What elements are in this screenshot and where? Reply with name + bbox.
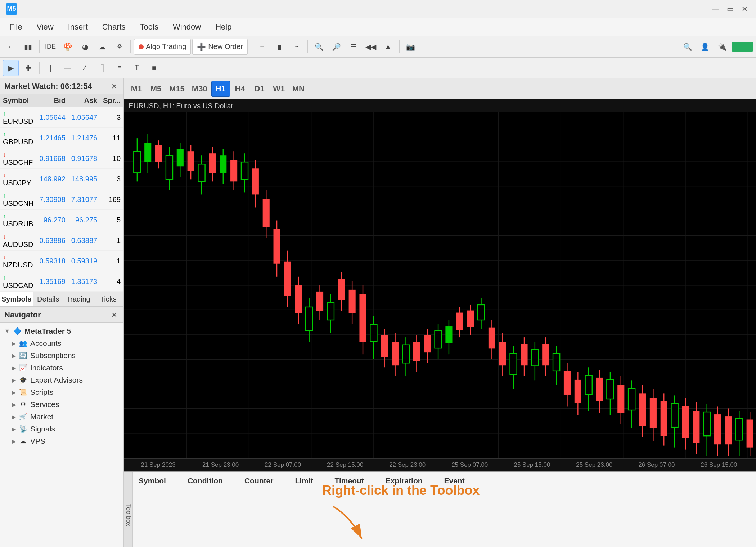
nav-item-icon: 🔷 [13,327,22,335]
search-button[interactable]: 🔍 [680,39,696,55]
tf-w1[interactable]: W1 [270,81,288,97]
nav-item[interactable]: ▶ 🎓 Expert Advisors [0,374,123,386]
row-spread: 1 [100,230,123,251]
svg-rect-75 [402,345,409,363]
menu-insert[interactable]: Insert [62,20,94,34]
shapes-button[interactable]: ■ [146,60,162,76]
crosshair-draw-button[interactable]: ✚ [20,60,36,76]
svg-rect-93 [499,342,506,365]
svg-rect-95 [510,354,517,375]
maximize-button[interactable]: ▭ [724,3,736,15]
tab-details[interactable]: Details [33,292,63,306]
timeframe-bar: M1 M5 M15 M30 H1 H4 D1 W1 MN [124,78,756,99]
svg-rect-63 [338,279,345,300]
row-spread: 10 [100,148,123,169]
tf-mn[interactable]: MN [289,81,308,97]
cursor-button[interactable]: ▶ [3,60,19,76]
nav-item-label: Subscriptions [30,351,76,360]
menu-help[interactable]: Help [209,20,238,34]
horizontal-line-button[interactable]: ― [60,60,76,76]
title-bar: M5 — ▭ ✕ [0,0,756,18]
tf-d1[interactable]: D1 [250,81,269,97]
tf-h4[interactable]: H4 [231,81,249,97]
row-bid: 0.91668 [37,148,68,169]
menu-view[interactable]: View [30,20,60,34]
minimize-button[interactable]: — [710,3,721,15]
nav-item[interactable]: ▶ 📜 Scripts [0,386,123,398]
close-button[interactable]: ✕ [739,3,750,15]
zoom-out-button[interactable]: 🔎 [328,39,344,55]
tab-trading[interactable]: Trading [63,292,94,306]
diagonal-line-button[interactable]: ∕ [77,60,93,76]
row-ask: 148.995 [68,169,100,189]
autoscroll-button[interactable]: ▲ [380,39,396,55]
time-7: 25 Sep 23:00 [563,461,625,469]
market-watch-tabs: Symbols Details Trading Ticks [0,292,123,306]
settings-button[interactable]: ⚘ [112,39,127,55]
vertical-line-button[interactable]: | [42,60,58,76]
nav-item[interactable]: ▶ 🔄 Subscriptions [0,349,123,362]
signal-button[interactable]: 🔌 [714,39,730,55]
tf-m1[interactable]: M1 [127,81,146,97]
nav-item[interactable]: ▶ ☁ VPS [0,435,123,447]
account-button[interactable]: 👤 [697,39,713,55]
radio-button[interactable]: ◕ [77,39,93,55]
svg-rect-85 [456,313,463,330]
tab-ticks[interactable]: Ticks [93,292,123,306]
nav-item[interactable]: ▶ 🛒 Market [0,411,123,423]
chart-area[interactable]: EURUSD, H1: Euro vs US Dollar [124,99,756,471]
nav-item[interactable]: ▼ 🔷 MetaTrader 5 [0,325,123,337]
grid-button[interactable]: ☰ [346,39,361,55]
tab-symbols[interactable]: Symbols [0,292,33,306]
menu-file[interactable]: File [3,20,28,34]
market-row[interactable]: ↑ GBPUSD 1.21465 1.21476 11 [0,128,123,148]
chart-type-button[interactable]: ▮▮ [20,39,36,55]
menu-tools[interactable]: Tools [134,20,165,34]
tf-m5[interactable]: M5 [147,81,165,97]
back-button[interactable]: ← [3,39,19,55]
market-row[interactable]: ↓ AUDUSD 0.63886 0.63887 1 [0,230,123,251]
market-row[interactable]: ↑ USDCNH 7.30908 7.31077 169 [0,189,123,210]
new-order-button[interactable]: ➕ New Order [192,39,248,55]
poly-line-button[interactable]: ⎤ [94,60,110,76]
market-row[interactable]: ↓ USDCHF 0.91668 0.91678 10 [0,148,123,169]
market-row[interactable]: ↑ USDRUB 96.270 96.275 5 [0,210,123,230]
tf-m30[interactable]: M30 [189,81,211,97]
algo-trading-button[interactable]: Algo Trading [134,39,191,55]
market-row[interactable]: ↑ USDCAD 1.35169 1.35173 4 [0,271,123,292]
bar-chart-button[interactable]: ▮ [271,39,287,55]
nav-item[interactable]: ▶ ⚙ Services [0,398,123,411]
nav-item[interactable]: ▶ 📈 Indicators [0,362,123,374]
toolbox-side-label[interactable]: Toolbox [124,472,133,547]
navigator-close[interactable]: ✕ [109,310,119,320]
nav-item[interactable]: ▶ 👥 Accounts [0,337,123,349]
nav-item[interactable]: ▶ 📡 Signals [0,423,123,435]
market-watch-close[interactable]: ✕ [109,81,119,91]
menu-window[interactable]: Window [166,20,207,34]
row-ask: 96.275 [68,210,100,230]
svg-rect-81 [435,331,442,348]
market-row[interactable]: ↓ USDJPY 148.992 148.995 3 [0,169,123,189]
wave-button[interactable]: ~ [289,39,305,55]
menu-charts[interactable]: Charts [96,20,132,34]
market-row[interactable]: ↓ NZDUSD 0.59318 0.59319 1 [0,251,123,271]
col-timeout-tb: Timeout [335,476,364,485]
screenshot-button[interactable]: 📷 [402,39,418,55]
ide-button[interactable]: IDE [42,39,58,55]
cloud-button[interactable]: ☁ [94,39,110,55]
equidistant-channel-button[interactable]: ≡ [112,60,127,76]
zoom-in-button[interactable]: 🔍 [311,39,327,55]
crosshair-button[interactable]: + [254,39,270,55]
market-row[interactable]: ↑ EURUSD 1.05644 1.05647 3 [0,107,123,128]
svg-rect-25 [134,151,140,173]
svg-rect-27 [144,143,151,162]
tf-h1[interactable]: H1 [211,81,230,97]
scroll-button[interactable]: ◀◀ [363,39,379,55]
text-button[interactable]: T [129,60,145,76]
shopping-button[interactable]: 🍄 [60,39,76,55]
svg-rect-73 [392,342,399,365]
svg-rect-69 [370,324,377,342]
row-spread: 3 [100,169,123,189]
tf-m15[interactable]: M15 [166,81,188,97]
time-3: 22 Sep 15:00 [314,461,376,469]
